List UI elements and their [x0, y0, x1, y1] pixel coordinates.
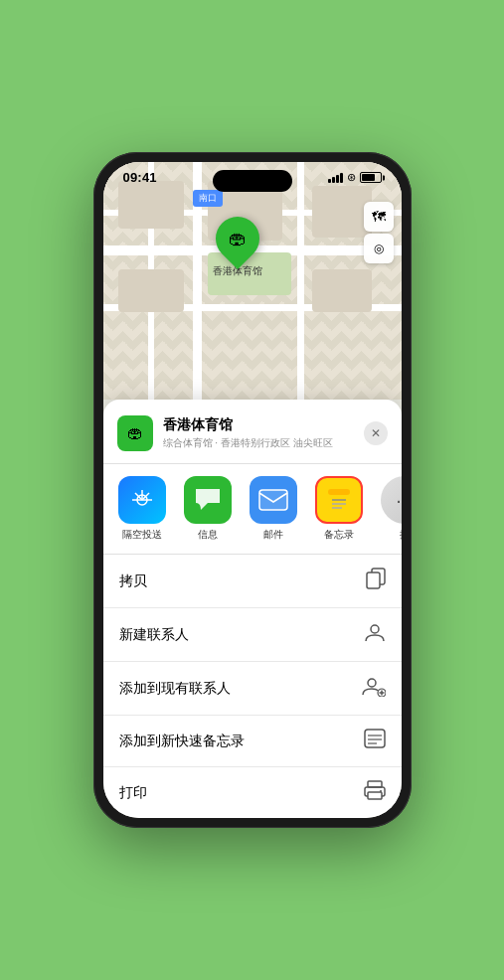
wifi-icon: ⊛ [347, 171, 356, 184]
messages-label: 信息 [198, 528, 218, 542]
svg-rect-15 [365, 730, 385, 747]
map-type-button[interactable]: 🗺 [364, 202, 394, 232]
svg-point-22 [380, 790, 382, 792]
messages-icon [184, 476, 232, 524]
mail-label: 邮件 [263, 528, 283, 542]
location-pin: 🏟 香港体育馆 [213, 217, 262, 278]
new-contact-icon [364, 621, 386, 648]
location-button[interactable]: ◎ [364, 234, 394, 263]
location-label: 南口 [193, 190, 223, 207]
svg-rect-21 [368, 792, 382, 799]
phone-screen: 09:41 ⊛ [103, 162, 402, 818]
venue-header: 🏟 香港体育馆 综合体育馆 · 香港特别行政区 油尖旺区 ✕ [103, 415, 402, 464]
venue-info: 香港体育馆 综合体育馆 · 香港特别行政区 油尖旺区 [163, 416, 364, 450]
action-new-contact-label: 新建联系人 [119, 626, 189, 644]
mail-icon [250, 476, 297, 524]
svg-point-11 [368, 679, 376, 687]
pin-circle: 🏟 [206, 208, 267, 269]
share-item-more[interactable]: ··· 提 [376, 476, 402, 542]
map-area: 南口 🏟 香港体育馆 🗺 ◎ [103, 162, 402, 400]
more-icon: ··· [381, 476, 402, 524]
svg-rect-9 [367, 572, 380, 588]
print-icon [364, 780, 386, 805]
svg-rect-19 [368, 781, 382, 787]
svg-rect-4 [328, 489, 350, 495]
bottom-sheet: 🏟 香港体育馆 综合体育馆 · 香港特别行政区 油尖旺区 ✕ [103, 400, 402, 818]
svg-rect-1 [259, 490, 287, 510]
action-new-contact[interactable]: 新建联系人 [103, 608, 402, 662]
share-row: 隔空投送 信息 [103, 464, 402, 555]
action-copy-label: 拷贝 [119, 572, 147, 590]
venue-logo-icon: 🏟 [127, 424, 143, 442]
close-button[interactable]: ✕ [364, 421, 388, 445]
battery-icon [360, 172, 382, 183]
action-print-label: 打印 [119, 784, 147, 802]
action-print[interactable]: 打印 [103, 767, 402, 818]
action-list: 拷贝 新建联系人 [103, 555, 402, 818]
action-copy[interactable]: 拷贝 [103, 555, 402, 608]
add-contact-icon [362, 675, 386, 702]
quick-note-icon [364, 729, 386, 753]
action-add-contact[interactable]: 添加到现有联系人 [103, 662, 402, 716]
airdrop-label: 隔空投送 [122, 528, 162, 542]
action-add-contact-label: 添加到现有联系人 [119, 680, 231, 698]
more-label: 提 [400, 528, 402, 542]
notes-icon [315, 476, 363, 524]
map-controls: 🗺 ◎ [364, 202, 394, 263]
action-quick-note-label: 添加到新快速备忘录 [119, 733, 245, 750]
action-quick-note[interactable]: 添加到新快速备忘录 [103, 716, 402, 767]
venue-subtitle: 综合体育馆 · 香港特别行政区 油尖旺区 [163, 436, 364, 450]
share-item-airdrop[interactable]: 隔空投送 [113, 476, 171, 542]
airdrop-icon [118, 476, 166, 524]
status-time: 09:41 [123, 170, 157, 185]
share-item-mail[interactable]: 邮件 [245, 476, 302, 542]
share-item-messages[interactable]: 信息 [179, 476, 237, 542]
status-icons: ⊛ [328, 171, 382, 184]
notes-label: 备忘录 [324, 528, 354, 542]
dynamic-island [213, 170, 292, 192]
phone-frame: 09:41 ⊛ [93, 152, 412, 828]
venue-name: 香港体育馆 [163, 416, 364, 434]
svg-point-10 [371, 625, 379, 633]
share-item-notes[interactable]: 备忘录 [310, 476, 368, 542]
stadium-icon: 🏟 [229, 229, 247, 249]
signal-icon [328, 173, 343, 183]
copy-icon [366, 568, 386, 594]
venue-logo: 🏟 [117, 415, 153, 451]
